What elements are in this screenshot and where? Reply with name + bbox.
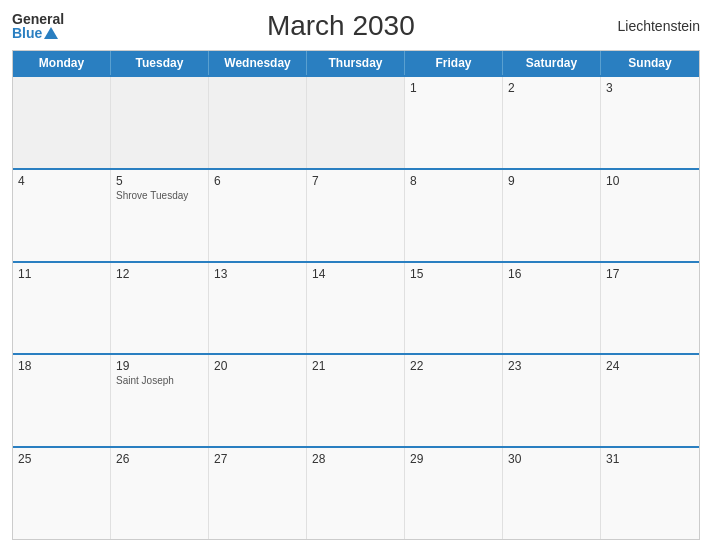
day-number: 25 [18, 452, 105, 466]
day-cell-4: 4 [13, 170, 111, 261]
header-sunday: Sunday [601, 51, 699, 75]
day-cell-8: 8 [405, 170, 503, 261]
day-number: 26 [116, 452, 203, 466]
week-1: 1 2 3 [13, 75, 699, 168]
day-cell [209, 77, 307, 168]
page: General Blue March 2030 Liechtenstein Mo… [0, 0, 712, 550]
holiday-label: Shrove Tuesday [116, 190, 203, 201]
header-thursday: Thursday [307, 51, 405, 75]
day-number: 28 [312, 452, 399, 466]
day-cell-10: 10 [601, 170, 699, 261]
day-cell-26: 26 [111, 448, 209, 539]
day-number: 16 [508, 267, 595, 281]
day-number: 4 [18, 174, 105, 188]
day-number: 24 [606, 359, 694, 373]
day-number: 20 [214, 359, 301, 373]
logo: General Blue [12, 12, 64, 40]
day-number: 31 [606, 452, 694, 466]
day-cell-11: 11 [13, 263, 111, 354]
day-cell-6: 6 [209, 170, 307, 261]
day-number: 29 [410, 452, 497, 466]
day-number: 2 [508, 81, 595, 95]
day-cell-23: 23 [503, 355, 601, 446]
week-3: 11 12 13 14 15 16 17 [13, 261, 699, 354]
day-number: 14 [312, 267, 399, 281]
day-number: 27 [214, 452, 301, 466]
day-number: 19 [116, 359, 203, 373]
day-cell-9: 9 [503, 170, 601, 261]
day-cell-28: 28 [307, 448, 405, 539]
logo-blue-text: Blue [12, 26, 64, 40]
day-number: 18 [18, 359, 105, 373]
day-number: 17 [606, 267, 694, 281]
day-number: 13 [214, 267, 301, 281]
day-cell-1: 1 [405, 77, 503, 168]
day-headers: Monday Tuesday Wednesday Thursday Friday… [13, 51, 699, 75]
day-cell-30: 30 [503, 448, 601, 539]
day-cell [13, 77, 111, 168]
header-friday: Friday [405, 51, 503, 75]
holiday-label: Saint Joseph [116, 375, 203, 386]
calendar-title: March 2030 [267, 10, 415, 42]
day-cell-12: 12 [111, 263, 209, 354]
day-cell-19: 19 Saint Joseph [111, 355, 209, 446]
day-cell-22: 22 [405, 355, 503, 446]
day-cell-3: 3 [601, 77, 699, 168]
day-number: 11 [18, 267, 105, 281]
weeks: 1 2 3 4 5 Shrove Tuesday 6 [13, 75, 699, 539]
header-monday: Monday [13, 51, 111, 75]
week-4: 18 19 Saint Joseph 20 21 22 23 [13, 353, 699, 446]
day-cell-25: 25 [13, 448, 111, 539]
day-cell-13: 13 [209, 263, 307, 354]
day-cell-18: 18 [13, 355, 111, 446]
day-number: 21 [312, 359, 399, 373]
day-number: 22 [410, 359, 497, 373]
day-number: 9 [508, 174, 595, 188]
day-number: 23 [508, 359, 595, 373]
day-number: 6 [214, 174, 301, 188]
day-number: 12 [116, 267, 203, 281]
day-cell-31: 31 [601, 448, 699, 539]
day-number: 3 [606, 81, 694, 95]
logo-general-text: General [12, 12, 64, 26]
header: General Blue March 2030 Liechtenstein [12, 10, 700, 42]
day-number: 10 [606, 174, 694, 188]
day-cell-14: 14 [307, 263, 405, 354]
day-number: 30 [508, 452, 595, 466]
day-cell-24: 24 [601, 355, 699, 446]
day-number: 5 [116, 174, 203, 188]
day-cell-27: 27 [209, 448, 307, 539]
week-5: 25 26 27 28 29 30 31 [13, 446, 699, 539]
country-label: Liechtenstein [617, 18, 700, 34]
day-number: 7 [312, 174, 399, 188]
day-cell-17: 17 [601, 263, 699, 354]
day-number: 15 [410, 267, 497, 281]
day-cell-29: 29 [405, 448, 503, 539]
day-cell [307, 77, 405, 168]
logo-triangle-icon [44, 27, 58, 39]
header-tuesday: Tuesday [111, 51, 209, 75]
header-wednesday: Wednesday [209, 51, 307, 75]
day-cell-16: 16 [503, 263, 601, 354]
day-cell-15: 15 [405, 263, 503, 354]
day-cell [111, 77, 209, 168]
header-saturday: Saturday [503, 51, 601, 75]
calendar: Monday Tuesday Wednesday Thursday Friday… [12, 50, 700, 540]
day-cell-2: 2 [503, 77, 601, 168]
day-number: 8 [410, 174, 497, 188]
day-cell-20: 20 [209, 355, 307, 446]
day-number: 1 [410, 81, 497, 95]
day-cell-5: 5 Shrove Tuesday [111, 170, 209, 261]
day-cell-21: 21 [307, 355, 405, 446]
week-2: 4 5 Shrove Tuesday 6 7 8 9 [13, 168, 699, 261]
day-cell-7: 7 [307, 170, 405, 261]
